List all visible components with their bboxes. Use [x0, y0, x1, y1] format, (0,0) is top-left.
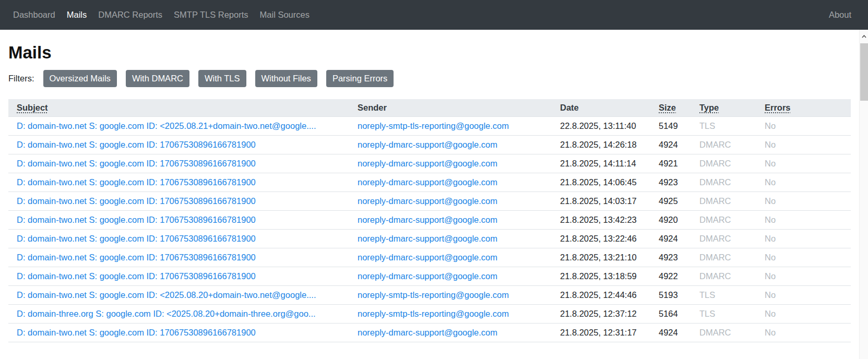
size-cell: 5149: [650, 117, 691, 136]
date-cell: 21.8.2025, 13:42:23: [552, 211, 650, 230]
column-header-type[interactable]: Type: [691, 99, 756, 117]
nav-left-group: Dashboard Mails DMARC Reports SMTP TLS R…: [13, 6, 315, 24]
scroll-up-arrow-icon[interactable]: [860, 30, 868, 43]
nav-item-dashboard[interactable]: Dashboard: [13, 6, 61, 24]
sender-link[interactable]: noreply-smtp-tls-reporting@google.com: [358, 290, 509, 300]
sender-link[interactable]: noreply-dmarc-support@google.com: [358, 271, 497, 281]
subject-link[interactable]: D: domain-two.net S: google.com ID: 1706…: [17, 140, 256, 149]
filter-button-with-dmarc[interactable]: With DMARC: [126, 70, 189, 87]
column-header-subject[interactable]: Subject: [8, 99, 349, 117]
subject-cell: D: domain-two.net S: google.com ID: 1706…: [8, 211, 349, 230]
subject-link[interactable]: D: domain-three.org S: google.com ID: <2…: [17, 309, 316, 318]
sender-link[interactable]: noreply-dmarc-support@google.com: [358, 159, 497, 168]
errors-cell: No: [756, 136, 851, 154]
sender-cell: noreply-dmarc-support@google.com: [349, 230, 552, 248]
sender-link[interactable]: noreply-dmarc-support@google.com: [358, 328, 497, 337]
errors-cell: No: [756, 117, 851, 136]
errors-cell: No: [756, 173, 851, 192]
type-cell: TLS: [691, 305, 756, 324]
errors-cell: No: [756, 230, 851, 248]
column-header-date: Date: [552, 99, 650, 117]
nav-item-dmarc-reports[interactable]: DMARC Reports: [92, 6, 168, 24]
nav-item-about[interactable]: About: [823, 6, 851, 24]
date-cell: 21.8.2025, 13:22:46: [552, 230, 650, 248]
sender-link[interactable]: noreply-dmarc-support@google.com: [358, 234, 497, 243]
sender-link[interactable]: noreply-smtp-tls-reporting@google.com: [358, 309, 509, 318]
sender-link[interactable]: noreply-dmarc-support@google.com: [358, 253, 497, 262]
errors-cell: No: [756, 324, 851, 342]
date-cell: 21.8.2025, 14:26:18: [552, 136, 650, 154]
size-cell: 4924: [650, 230, 691, 248]
subject-link[interactable]: D: domain-two.net S: google.com ID: 1706…: [17, 234, 256, 243]
errors-cell: No: [756, 192, 851, 211]
subject-cell: D: domain-two.net S: google.com ID: 1706…: [8, 154, 349, 173]
subject-cell: D: domain-two.net S: google.com ID: 1706…: [8, 267, 349, 286]
errors-cell: No: [756, 267, 851, 286]
subject-cell: D: domain-two.net S: google.com ID: 1706…: [8, 324, 349, 342]
filter-button-parsing-errors[interactable]: Parsing Errors: [326, 70, 394, 87]
nav-item-mails[interactable]: Mails: [61, 6, 93, 24]
errors-cell: No: [756, 248, 851, 267]
page-title: Mails: [8, 43, 851, 63]
top-navbar: Dashboard Mails DMARC Reports SMTP TLS R…: [0, 0, 868, 30]
table-row: D: domain-two.net S: google.com ID: 1706…: [8, 211, 851, 230]
type-cell: TLS: [691, 117, 756, 136]
sender-link[interactable]: noreply-dmarc-support@google.com: [358, 196, 497, 206]
date-cell: 21.8.2025, 14:03:17: [552, 192, 650, 211]
filter-button-oversized-mails[interactable]: Oversized Mails: [43, 70, 117, 87]
date-cell: 21.8.2025, 13:21:10: [552, 248, 650, 267]
date-cell: 21.8.2025, 12:31:17: [552, 324, 650, 342]
type-cell: DMARC: [691, 136, 756, 154]
subject-cell: D: domain-two.net S: google.com ID: 1706…: [8, 173, 349, 192]
vertical-scrollbar[interactable]: [859, 30, 868, 359]
subject-cell: D: domain-two.net S: google.com ID: <202…: [8, 286, 349, 305]
subject-link[interactable]: D: domain-two.net S: google.com ID: 1706…: [17, 177, 256, 187]
mails-table: Subject Sender Date Size Type Errors D: …: [8, 99, 851, 342]
type-cell: DMARC: [691, 230, 756, 248]
size-cell: 4920: [650, 211, 691, 230]
table-row: D: domain-two.net S: google.com ID: 1706…: [8, 154, 851, 173]
date-cell: 21.8.2025, 13:18:59: [552, 267, 650, 286]
table-row: D: domain-two.net S: google.com ID: 1706…: [8, 248, 851, 267]
size-cell: 4924: [650, 136, 691, 154]
filter-button-without-files[interactable]: Without Files: [255, 70, 317, 87]
nav-item-smtp-tls-reports[interactable]: SMTP TLS Reports: [168, 6, 254, 24]
table-row: D: domain-two.net S: google.com ID: 1706…: [8, 192, 851, 211]
column-header-errors[interactable]: Errors: [756, 99, 851, 117]
sender-link[interactable]: noreply-dmarc-support@google.com: [358, 177, 497, 187]
subject-link[interactable]: D: domain-two.net S: google.com ID: 1706…: [17, 271, 256, 281]
size-cell: 4925: [650, 192, 691, 211]
errors-cell: No: [756, 154, 851, 173]
size-cell: 4922: [650, 267, 691, 286]
type-cell: DMARC: [691, 324, 756, 342]
nav-item-mail-sources[interactable]: Mail Sources: [254, 6, 315, 24]
subject-link[interactable]: D: domain-two.net S: google.com ID: 1706…: [17, 253, 256, 262]
sender-link[interactable]: noreply-smtp-tls-reporting@google.com: [358, 121, 509, 130]
subject-link[interactable]: D: domain-two.net S: google.com ID: 1706…: [17, 215, 256, 224]
subject-link[interactable]: D: domain-two.net S: google.com ID: <202…: [17, 121, 316, 130]
type-cell: TLS: [691, 286, 756, 305]
subject-link[interactable]: D: domain-two.net S: google.com ID: 1706…: [17, 159, 256, 168]
errors-cell: No: [756, 211, 851, 230]
column-header-size[interactable]: Size: [650, 99, 691, 117]
sender-cell: noreply-dmarc-support@google.com: [349, 211, 552, 230]
size-cell: 5193: [650, 286, 691, 305]
sender-cell: noreply-dmarc-support@google.com: [349, 136, 552, 154]
subject-link[interactable]: D: domain-two.net S: google.com ID: <202…: [17, 290, 316, 300]
mails-table-header: Subject Sender Date Size Type Errors: [8, 99, 851, 117]
filter-button-with-tls[interactable]: With TLS: [198, 70, 246, 87]
type-cell: DMARC: [691, 192, 756, 211]
table-row: D: domain-two.net S: google.com ID: 1706…: [8, 230, 851, 248]
sender-link[interactable]: noreply-dmarc-support@google.com: [358, 215, 497, 224]
size-cell: 4923: [650, 173, 691, 192]
table-row: D: domain-two.net S: google.com ID: 1706…: [8, 267, 851, 286]
subject-link[interactable]: D: domain-two.net S: google.com ID: 1706…: [17, 196, 256, 206]
subject-link[interactable]: D: domain-two.net S: google.com ID: 1706…: [17, 328, 256, 337]
table-row: D: domain-two.net S: google.com ID: 1706…: [8, 324, 851, 342]
filters-label: Filters:: [8, 74, 34, 83]
sender-link[interactable]: noreply-dmarc-support@google.com: [358, 140, 497, 149]
scrollbar-thumb[interactable]: [860, 43, 868, 101]
errors-cell: No: [756, 286, 851, 305]
size-cell: 4924: [650, 324, 691, 342]
date-cell: 21.8.2025, 14:11:14: [552, 154, 650, 173]
